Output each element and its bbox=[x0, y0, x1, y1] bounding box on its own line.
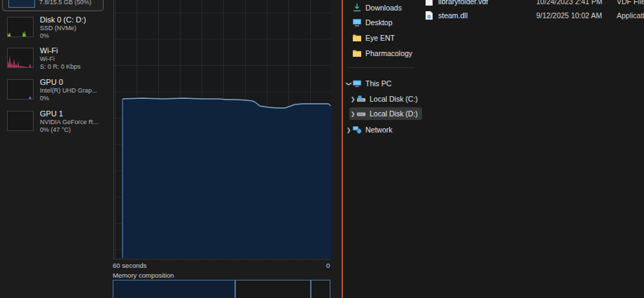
nav-item-label: This PC bbox=[365, 79, 391, 88]
download-icon bbox=[352, 3, 362, 13]
gpu1-mini-graph bbox=[7, 111, 34, 131]
sidebar-item-memory[interactable]: 7.8/15.5 GB (50%) bbox=[2, 0, 104, 11]
this-pc-icon bbox=[352, 79, 362, 88]
nav-item-local-disk-d[interactable]: ❯ Local Disk (D:) bbox=[349, 107, 422, 120]
memory-mini-graph bbox=[8, 0, 35, 8]
sidebar-item-gpu1[interactable]: GPU 1 NVIDIA GeForce R... 0% (47 °C) bbox=[0, 111, 111, 140]
chevron-right-icon[interactable]: ❯ bbox=[345, 127, 352, 133]
task-manager-window: 7.8/15.5 GB (50%) Disk 0 (C: D:) SSD (NV… bbox=[0, 0, 342, 298]
file-type: Application bbox=[617, 11, 644, 20]
chevron-right-icon[interactable]: ❯ bbox=[349, 96, 356, 102]
memory-usage-label: 7.8/15.5 GB (50%) bbox=[39, 0, 92, 6]
sidebar-item-title: GPU 1 bbox=[40, 109, 110, 118]
sidebar-item-sub2: 0% (47 °C) bbox=[40, 126, 110, 134]
sidebar-item-sub1: Wi-Fi bbox=[40, 55, 110, 63]
file-name: steam.dll bbox=[438, 11, 536, 20]
chevron-right-icon[interactable]: ❯ bbox=[349, 111, 356, 117]
nav-separator bbox=[347, 67, 414, 68]
memory-composition-bar[interactable] bbox=[113, 280, 330, 298]
nav-item-this-pc[interactable]: ❯ This PC bbox=[345, 77, 418, 90]
sidebar-item-title: GPU 0 bbox=[40, 78, 110, 87]
nav-item-network[interactable]: ❯ Network bbox=[345, 123, 418, 136]
folder-icon bbox=[352, 48, 362, 58]
dll-file-icon bbox=[425, 11, 433, 20]
composition-segment-free[interactable] bbox=[312, 280, 330, 298]
nav-item-label: Local Disk (C:) bbox=[370, 95, 418, 103]
memory-composition-title: Memory composition bbox=[113, 271, 174, 279]
nav-item-eye-ent[interactable]: Eye ENT bbox=[345, 32, 418, 44]
file-date-modified: 9/12/2025 10:02 AM bbox=[536, 11, 617, 20]
nav-item-pharmacology[interactable]: Pharmacology bbox=[345, 47, 418, 60]
nav-item-label: Network bbox=[365, 126, 393, 134]
folder-icon bbox=[352, 33, 362, 43]
file-row-libraryfolder[interactable]: libraryfolder.vdf 10/24/2023 2:41 PM VDF… bbox=[419, 0, 644, 8]
file-date-modified: 10/24/2023 2:41 PM bbox=[536, 0, 617, 6]
gpu0-mini-graph bbox=[7, 79, 34, 100]
network-icon bbox=[352, 125, 362, 135]
nav-item-label: Downloads bbox=[365, 4, 402, 12]
nav-item-desktop[interactable]: Desktop bbox=[345, 16, 418, 29]
sidebar-item-disk0[interactable]: Disk 0 (C: D:) SSD (NVMe) 0% bbox=[0, 17, 111, 46]
sidebar-item-sub1: Intel(R) UHD Grap... bbox=[40, 87, 110, 95]
sidebar-item-sub1: SSD (NVMe) bbox=[40, 25, 110, 32]
file-icon bbox=[425, 0, 433, 6]
file-type: VDF File bbox=[617, 0, 644, 6]
nav-item-label: Desktop bbox=[365, 18, 393, 27]
wifi-mini-graph bbox=[7, 48, 34, 68]
file-name: libraryfolder.vdf bbox=[438, 0, 536, 6]
nav-item-local-disk-c[interactable]: ❯ Local Disk (C:) bbox=[349, 93, 422, 105]
nav-item-label: Eye ENT bbox=[365, 34, 395, 42]
file-row-steam-dll[interactable]: steam.dll 9/12/2025 10:02 AM Application bbox=[419, 8, 644, 22]
chevron-down-icon[interactable]: ❯ bbox=[346, 80, 352, 87]
file-list: libraryfolder.vdf 10/24/2023 2:41 PM VDF… bbox=[419, 0, 644, 298]
sidebar-item-sub1: NVIDIA GeForce R... bbox=[40, 118, 110, 126]
composition-segment-in-use[interactable] bbox=[113, 280, 236, 298]
nav-item-label: Pharmacology bbox=[365, 49, 412, 57]
file-explorer-window: Downloads Desktop Eye ENT Pharmacology ❯ bbox=[343, 0, 644, 298]
sidebar-item-sub2: 0% bbox=[40, 95, 110, 102]
x-axis-left-label: 60 seconds bbox=[113, 262, 147, 269]
sidebar-item-title: Disk 0 (C: D:) bbox=[40, 15, 110, 25]
desktop-icon bbox=[352, 18, 362, 27]
sidebar-item-gpu0[interactable]: GPU 0 Intel(R) UHD Grap... 0% bbox=[0, 79, 111, 109]
nav-item-downloads[interactable]: Downloads bbox=[345, 1, 418, 14]
nav-item-label: Local Disk (D:) bbox=[370, 109, 418, 118]
x-axis-right-label: 0 bbox=[326, 262, 330, 269]
sidebar-item-sub2: S: 0 R: 0 Kbps bbox=[40, 63, 110, 71]
memory-usage-chart bbox=[113, 0, 331, 259]
disk-mini-graph bbox=[7, 17, 34, 37]
sidebar-item-wifi[interactable]: Wi-Fi Wi-Fi S: 0 R: 0 Kbps bbox=[0, 48, 111, 77]
drive-windows-icon bbox=[356, 94, 366, 104]
sidebar-item-sub2: 0% bbox=[40, 32, 110, 40]
drive-icon bbox=[356, 109, 366, 118]
memory-usage-area bbox=[122, 98, 331, 258]
sidebar-item-title: Wi-Fi bbox=[40, 46, 110, 55]
composition-segment-standby[interactable] bbox=[236, 280, 312, 298]
